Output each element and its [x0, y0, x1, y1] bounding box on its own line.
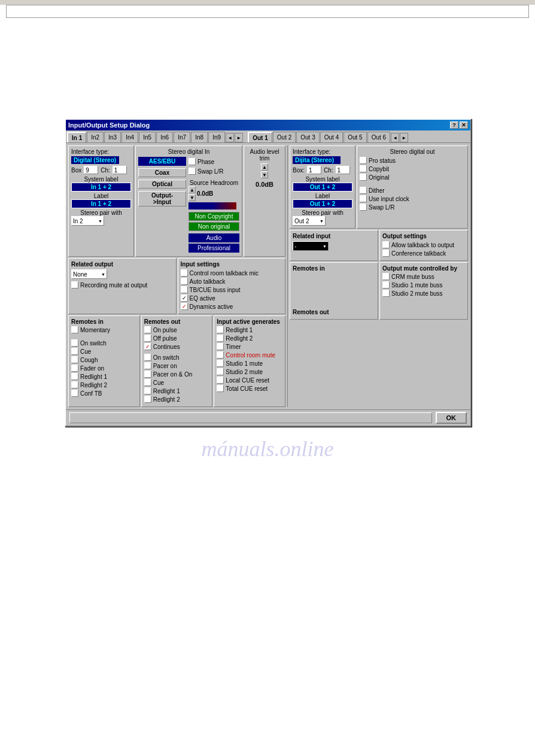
- cue-checkbox[interactable]: [71, 348, 78, 355]
- optical-button[interactable]: Optical: [138, 180, 186, 189]
- right-ch-value[interactable]: 1: [336, 166, 350, 174]
- on-switch-out-checkbox[interactable]: [144, 354, 151, 361]
- studio1-mute-checkbox[interactable]: [217, 360, 224, 367]
- eq-active-checkbox[interactable]: [181, 294, 188, 302]
- ch-value[interactable]: 1: [113, 166, 127, 174]
- phase-checkbox[interactable]: [189, 158, 196, 165]
- conference-talkback-checkbox[interactable]: [382, 250, 390, 257]
- tab-in4[interactable]: In4: [121, 132, 138, 142]
- right-box-value[interactable]: 1: [307, 166, 321, 174]
- copybit-checkbox[interactable]: [360, 165, 367, 172]
- studio2-mute-ctrl-checkbox[interactable]: [382, 290, 390, 297]
- right-label-value[interactable]: Out 1 + 2: [293, 199, 352, 208]
- total-cue-reset-checkbox[interactable]: [217, 385, 224, 392]
- on-pulse-checkbox[interactable]: [144, 326, 151, 333]
- tab-out-scroll-left[interactable]: ◄: [391, 133, 399, 142]
- related-input-dropdown[interactable]: - ▼: [293, 241, 329, 251]
- headroom-down-btn[interactable]: ▼: [189, 194, 196, 201]
- professional-button[interactable]: Professional: [189, 244, 239, 253]
- off-pulse-checkbox[interactable]: [144, 335, 151, 342]
- on-pulse-row: On pulse: [144, 326, 210, 333]
- right-stereo-pair-dropdown[interactable]: Out 2 ▼: [293, 216, 326, 226]
- right-system-label-value[interactable]: Out 1 + 2: [293, 183, 352, 192]
- redlight2-active-checkbox[interactable]: [217, 335, 224, 342]
- non-original-button[interactable]: Non original: [189, 222, 239, 231]
- redlight1-in-checkbox[interactable]: [71, 373, 78, 380]
- swap-checkbox[interactable]: [189, 168, 196, 175]
- pro-status-checkbox[interactable]: [360, 157, 367, 164]
- original-checkbox[interactable]: [360, 174, 367, 181]
- non-copyright-button[interactable]: Non Copyright: [189, 212, 239, 221]
- ctrl-rm-talkback-checkbox[interactable]: [181, 269, 188, 277]
- tab-in7[interactable]: In7: [174, 132, 190, 142]
- audio-button[interactable]: Audio: [189, 233, 239, 242]
- tab-out6[interactable]: Out 6: [367, 132, 390, 142]
- tab-in3[interactable]: In3: [104, 132, 121, 142]
- redlight2-in-label: Redlight 2: [80, 382, 107, 388]
- redlight2-in-checkbox[interactable]: [71, 381, 78, 388]
- fader-on-checkbox[interactable]: [71, 365, 78, 372]
- tab-in6[interactable]: In6: [156, 132, 173, 142]
- crm-mute-checkbox[interactable]: [382, 273, 390, 280]
- stereo-digital-out-title: Stereo digital out: [360, 148, 465, 155]
- headroom-up-btn[interactable]: ▲: [189, 186, 196, 193]
- recording-mute-checkbox[interactable]: [71, 281, 78, 289]
- pro-status-row: Pro status: [360, 157, 465, 164]
- cough-checkbox[interactable]: [71, 356, 78, 363]
- tab-in5[interactable]: In5: [139, 132, 156, 142]
- tab-scroll-left[interactable]: ◄: [226, 133, 234, 142]
- tab-out-scroll-right[interactable]: ►: [400, 133, 408, 142]
- address-bar[interactable]: [6, 5, 529, 18]
- momentary-checkbox[interactable]: [71, 326, 78, 333]
- auto-talkback-checkbox[interactable]: [181, 278, 188, 285]
- timer-active-label: Timer: [226, 344, 241, 350]
- coax-button[interactable]: Coax: [138, 168, 186, 177]
- audio-trim-down-btn[interactable]: ▼: [261, 171, 268, 178]
- tb-cue-buss-checkbox[interactable]: [181, 286, 188, 293]
- tab-out4[interactable]: Out 4: [320, 132, 343, 142]
- tab-in8[interactable]: In8: [191, 132, 208, 142]
- remotes-out-section: Remotes out On pulse Off pulse Continues: [141, 315, 213, 407]
- conference-talkback-row: Conference talkback: [382, 250, 465, 257]
- pacer-on-checkbox[interactable]: [144, 362, 151, 369]
- timer-active-checkbox[interactable]: [217, 343, 224, 350]
- allow-talkback-checkbox[interactable]: [382, 241, 390, 248]
- dynamics-active-checkbox[interactable]: [181, 303, 188, 310]
- redlight2-out-checkbox[interactable]: [144, 396, 151, 403]
- output-input-button[interactable]: Output->Input: [138, 191, 186, 207]
- related-output-dropdown[interactable]: None ▼: [71, 269, 107, 279]
- studio2-mute-checkbox[interactable]: [217, 368, 224, 375]
- use-input-clock-checkbox[interactable]: [360, 195, 367, 202]
- stereo-pair-dropdown[interactable]: In 2 ▼: [71, 216, 104, 226]
- audio-trim-up-btn[interactable]: ▲: [261, 163, 268, 171]
- tab-out3[interactable]: Out 3: [296, 132, 319, 142]
- cue-out-checkbox[interactable]: [144, 379, 151, 386]
- tab-in1[interactable]: In 1: [67, 132, 86, 142]
- swap-row: Swap L/R: [189, 168, 239, 175]
- tab-out5[interactable]: Out 5: [344, 132, 366, 142]
- label-value[interactable]: In 1 + 2: [71, 199, 131, 208]
- on-switch-checkbox[interactable]: [71, 339, 78, 347]
- continues-checkbox[interactable]: [144, 343, 151, 350]
- redlight1-active-checkbox[interactable]: [217, 326, 224, 333]
- close-button[interactable]: ✕: [460, 122, 468, 129]
- local-cue-reset-checkbox[interactable]: [217, 377, 224, 384]
- box-value[interactable]: 9: [84, 166, 98, 174]
- ctrl-rm-mute-checkbox[interactable]: [217, 351, 224, 359]
- tab-in2[interactable]: In2: [87, 132, 104, 142]
- swap-lr-checkbox[interactable]: [360, 204, 367, 211]
- tab-in9[interactable]: In9: [208, 132, 225, 142]
- help-button[interactable]: ?: [450, 122, 458, 129]
- tab-scroll-right[interactable]: ►: [235, 133, 243, 142]
- system-label-value[interactable]: In 1 + 2: [71, 183, 131, 192]
- redlight1-out-checkbox[interactable]: [144, 387, 151, 394]
- studio1-mute-ctrl-checkbox[interactable]: [382, 281, 390, 289]
- tab-out1[interactable]: Out 1: [248, 132, 272, 142]
- dither-checkbox[interactable]: [360, 187, 367, 194]
- tab-out2[interactable]: Out 2: [273, 132, 296, 142]
- conf-tb-checkbox[interactable]: [71, 390, 78, 397]
- pacer-on-and-on-checkbox[interactable]: [144, 371, 151, 378]
- aes-ebu-button[interactable]: AES/EBU: [138, 157, 186, 166]
- right-panel: Interface type: Dijita (Stereo) Box: 1 C…: [290, 145, 468, 407]
- ok-button[interactable]: OK: [436, 412, 467, 424]
